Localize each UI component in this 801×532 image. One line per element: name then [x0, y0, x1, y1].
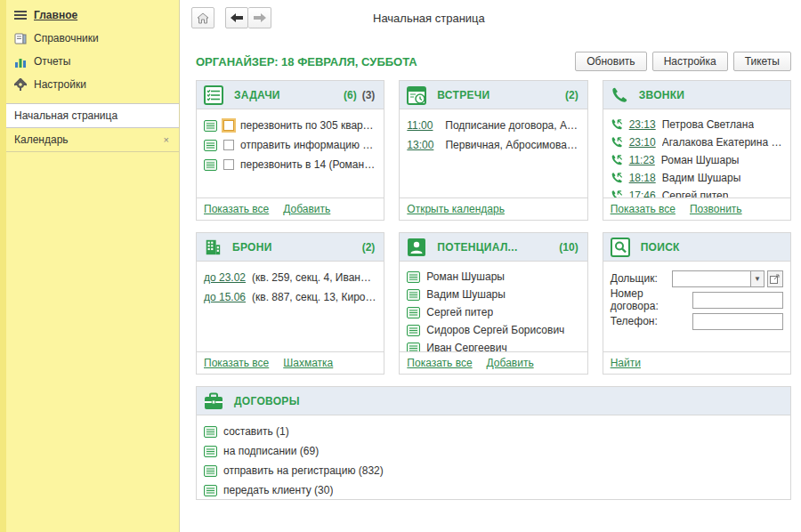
- call-time-link[interactable]: 17:46: [629, 189, 656, 197]
- contract-row[interactable]: составить (1): [204, 422, 783, 441]
- potential-row[interactable]: Иван Сергеевич: [407, 339, 579, 351]
- potential-row[interactable]: Сергей питер: [407, 303, 579, 321]
- potential-row[interactable]: Вадим Шушары: [407, 286, 579, 303]
- widgets-grid: ЗАДАЧИ (6) (3) перезвонить по 305 кварти…: [196, 80, 791, 500]
- document-icon: [407, 289, 420, 301]
- history-buttons: [225, 7, 271, 28]
- incoming-call-icon: [611, 189, 623, 197]
- sidebar-item-main[interactable]: Главное: [0, 4, 179, 27]
- meeting-row[interactable]: 13:00 Первичная, Абросимова О...: [407, 135, 579, 155]
- booking-text: (кв. 887, секц. 13, Кировск...: [252, 291, 376, 303]
- booking-row[interactable]: до 23.02 (кв. 259, секц. 4, Ивановск...: [204, 268, 376, 287]
- show-all-link[interactable]: Показать все: [204, 357, 269, 369]
- chevron-down-icon[interactable]: ▼: [750, 270, 765, 287]
- document-icon: [407, 271, 420, 283]
- calendar-clock-icon: [407, 85, 426, 105]
- find-link[interactable]: Найти: [611, 357, 641, 369]
- incoming-call-icon: [611, 172, 623, 184]
- widget-bookings: БРОНИ (2) до 23.02 (кв. 259, секц. 4, Ив…: [196, 232, 384, 375]
- tab-calendar[interactable]: Календарь ×: [0, 128, 179, 152]
- add-link[interactable]: Добавить: [283, 203, 330, 215]
- booking-row[interactable]: до 15.06 (кв. 887, секц. 13, Кировск...: [204, 287, 376, 307]
- open-picker-icon[interactable]: [767, 270, 783, 287]
- booking-date-link[interactable]: до 23.02: [204, 271, 246, 284]
- meeting-row[interactable]: 11:00 Подписание договора, Абе...: [407, 116, 579, 135]
- task-text[interactable]: перезвонить в 14 (Роман Ш...: [240, 158, 376, 171]
- sidebar-item-reports[interactable]: Отчеты: [0, 50, 179, 73]
- booking-date-link[interactable]: до 15.06: [204, 291, 246, 303]
- widget-title: ПОИСК: [641, 241, 680, 254]
- back-button[interactable]: [225, 7, 248, 28]
- contract-number-input[interactable]: [692, 292, 783, 309]
- widget-calls: ЗВОНКИ 23:13 Петрова Светлана 23:10 Агал…: [603, 80, 791, 221]
- task-text[interactable]: отправить информацию по...: [240, 139, 376, 151]
- sidebar-item-settings[interactable]: Настройки: [0, 73, 179, 96]
- home-button[interactable]: [191, 7, 214, 28]
- task-checkbox[interactable]: [223, 140, 234, 150]
- refresh-button[interactable]: Обновить: [575, 52, 646, 71]
- widget-calls-header: ЗВОНКИ: [603, 81, 790, 109]
- contract-row[interactable]: отправить на регистрацию (832): [204, 461, 783, 480]
- task-checkbox[interactable]: [223, 120, 234, 131]
- field-label: Дольщик:: [611, 272, 658, 285]
- widget-title: ВСТРЕЧИ: [437, 89, 490, 101]
- call-row[interactable]: 23:13 Петрова Светлана: [611, 116, 783, 133]
- potential-row[interactable]: Сидоров Сергей Борисович: [407, 321, 579, 339]
- open-calendar-link[interactable]: Открыть календарь: [407, 203, 505, 215]
- call-row[interactable]: 23:10 Агалакова Екатерина Ге...: [611, 133, 783, 151]
- tab-label: Календарь: [14, 133, 69, 146]
- tickets-button[interactable]: Тикеты: [733, 52, 791, 71]
- show-all-link[interactable]: Показать все: [611, 203, 676, 215]
- show-all-link[interactable]: Показать все: [407, 357, 472, 369]
- call-time-link[interactable]: 23:13: [629, 118, 656, 131]
- meeting-time-link[interactable]: 11:00: [407, 119, 439, 132]
- field-label: Телефон:: [611, 315, 658, 327]
- call-row[interactable]: 18:18 Вадим Шушары: [611, 169, 783, 187]
- home-icon: [197, 12, 209, 24]
- widget-title: ПОТЕНЦИАЛ...: [437, 241, 517, 254]
- building-icon: [204, 238, 222, 256]
- contract-row[interactable]: передать клиенту (30): [204, 480, 783, 499]
- sidebar-item-references[interactable]: Справочники: [0, 27, 179, 50]
- gear-icon: [14, 78, 27, 91]
- task-row[interactable]: отправить информацию по...: [204, 135, 376, 155]
- search-form: Дольщик: ▼ Номер договора:: [603, 262, 790, 351]
- forward-button[interactable]: [248, 7, 271, 28]
- tab-home-page[interactable]: Начальная страница: [0, 103, 179, 128]
- meeting-time-link[interactable]: 13:00: [407, 139, 439, 151]
- call-link[interactable]: Позвонить: [690, 203, 742, 215]
- call-time-link[interactable]: 23:10: [629, 136, 656, 149]
- potential-list: Роман Шушары Вадим Шушары Сергей питер С…: [400, 262, 587, 351]
- tasks-count-total: (6): [344, 89, 357, 101]
- settings-button[interactable]: Настройка: [652, 52, 728, 71]
- call-time-link[interactable]: 11:23: [629, 154, 655, 166]
- document-icon: [204, 120, 217, 132]
- add-link[interactable]: Добавить: [487, 357, 534, 369]
- close-icon[interactable]: ×: [161, 134, 172, 145]
- contract-row[interactable]: на подписании (69): [204, 441, 783, 461]
- sidebar-menu: Главное Справочники Отчеты Настройки: [0, 0, 179, 96]
- task-text[interactable]: перезвонить по 305 кварти...: [240, 119, 376, 132]
- potential-row[interactable]: Роман Шушары: [407, 268, 579, 286]
- call-row[interactable]: 11:23 Роман Шушары: [611, 151, 783, 169]
- show-all-link[interactable]: Показать все: [204, 203, 269, 215]
- document-icon: [204, 159, 217, 171]
- document-icon: [204, 426, 217, 438]
- task-row[interactable]: перезвонить по 305 кварти...: [204, 116, 376, 135]
- organizer-header: ОРГАНАЙЗЕР: 18 ФЕВРАЛЯ, СУББОТА Обновить…: [196, 52, 791, 71]
- phone-input[interactable]: [692, 313, 783, 330]
- meetings-footer: Открыть календарь: [400, 197, 587, 220]
- widget-title: БРОНИ: [232, 241, 272, 254]
- incoming-call-icon: [611, 154, 623, 166]
- call-row[interactable]: 17:46 Сергей питер: [611, 187, 783, 197]
- widget-meetings-header: ВСТРЕЧИ (2): [400, 81, 587, 109]
- chess-grid-link[interactable]: Шахматка: [283, 357, 333, 369]
- task-checkbox[interactable]: [223, 159, 234, 170]
- task-row[interactable]: перезвонить в 14 (Роман Ш...: [204, 155, 376, 174]
- call-name: Вадим Шушары: [662, 172, 741, 184]
- client-input[interactable]: [672, 270, 750, 287]
- document-icon: [204, 465, 217, 477]
- call-time-link[interactable]: 18:18: [629, 172, 656, 184]
- field-label: Номер договора:: [611, 287, 692, 312]
- document-icon: [407, 307, 420, 318]
